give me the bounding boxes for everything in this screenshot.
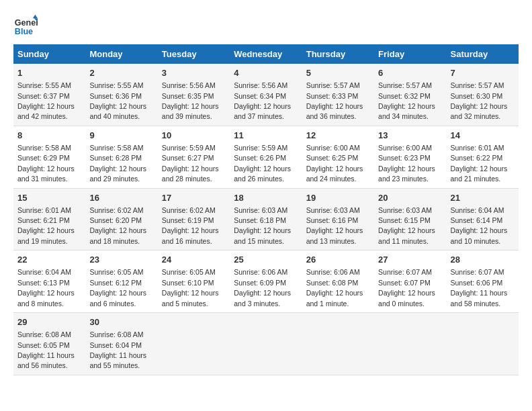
calendar-cell: 14 Sunrise: 6:01 AM Sunset: 6:22 PM Dayl… — [447, 126, 519, 188]
day-number: 3 — [162, 67, 226, 79]
calendar-cell — [158, 313, 230, 375]
sunset: Sunset: 6:29 PM — [17, 154, 70, 162]
day-number: 13 — [378, 130, 442, 142]
sunset: Sunset: 6:35 PM — [162, 92, 214, 100]
sunset: Sunset: 6:26 PM — [234, 154, 286, 162]
day-number: 28 — [451, 254, 515, 266]
logo: General Blue — [13, 13, 42, 38]
calendar-cell: 8 Sunrise: 5:58 AM Sunset: 6:29 PM Dayli… — [13, 126, 85, 188]
calendar-cell: 22 Sunrise: 6:04 AM Sunset: 6:13 PM Dayl… — [13, 250, 85, 313]
calendar-week-row: 15 Sunrise: 6:01 AM Sunset: 6:21 PM Dayl… — [13, 188, 519, 250]
calendar-cell: 2 Sunrise: 5:55 AM Sunset: 6:36 PM Dayli… — [85, 64, 157, 126]
daylight: Daylight: 12 hours and 26 minutes. — [234, 165, 291, 183]
daylight: Daylight: 12 hours and 39 minutes. — [162, 102, 219, 120]
weekday-header: Saturday — [447, 44, 519, 64]
daylight: Daylight: 11 hours and 55 minutes. — [89, 351, 146, 369]
calendar-week-row: 29 Sunrise: 6:08 AM Sunset: 6:05 PM Dayl… — [13, 313, 519, 375]
sunrise: Sunrise: 6:08 AM — [17, 330, 71, 338]
calendar-cell: 11 Sunrise: 5:59 AM Sunset: 6:26 PM Dayl… — [230, 126, 302, 188]
calendar-cell: 25 Sunrise: 6:06 AM Sunset: 6:09 PM Dayl… — [230, 250, 302, 313]
calendar-cell: 30 Sunrise: 6:08 AM Sunset: 6:04 PM Dayl… — [85, 313, 157, 375]
daylight: Daylight: 12 hours and 36 minutes. — [306, 102, 363, 120]
day-number: 20 — [378, 192, 442, 204]
sunset: Sunset: 6:30 PM — [451, 92, 503, 100]
sunrise: Sunrise: 6:06 AM — [234, 268, 287, 276]
sunrise: Sunrise: 6:04 AM — [17, 268, 71, 276]
daylight: Daylight: 12 hours and 3 minutes. — [234, 289, 291, 307]
day-number: 2 — [89, 67, 153, 79]
daylight: Daylight: 12 hours and 37 minutes. — [234, 102, 291, 120]
calendar-cell: 13 Sunrise: 6:00 AM Sunset: 6:23 PM Dayl… — [374, 126, 446, 188]
sunrise: Sunrise: 6:06 AM — [306, 268, 360, 276]
calendar-cell — [374, 313, 446, 375]
sunrise: Sunrise: 6:03 AM — [234, 206, 287, 214]
daylight: Daylight: 12 hours and 13 minutes. — [306, 226, 363, 244]
day-number: 5 — [306, 67, 370, 79]
calendar-cell: 20 Sunrise: 6:03 AM Sunset: 6:15 PM Dayl… — [374, 188, 446, 250]
day-number: 10 — [162, 130, 226, 142]
sunset: Sunset: 6:13 PM — [17, 279, 70, 287]
svg-marker-2 — [33, 15, 38, 18]
calendar-cell: 10 Sunrise: 5:59 AM Sunset: 6:27 PM Dayl… — [158, 126, 230, 188]
sunset: Sunset: 6:34 PM — [234, 92, 286, 100]
calendar-cell: 17 Sunrise: 6:02 AM Sunset: 6:19 PM Dayl… — [158, 188, 230, 250]
calendar-cell: 27 Sunrise: 6:07 AM Sunset: 6:07 PM Dayl… — [374, 250, 446, 313]
day-number: 6 — [378, 67, 442, 79]
day-number: 8 — [17, 130, 81, 142]
sunrise: Sunrise: 6:00 AM — [378, 144, 432, 152]
day-number: 26 — [306, 254, 370, 266]
weekday-header: Thursday — [302, 44, 374, 64]
daylight: Daylight: 12 hours and 28 minutes. — [162, 165, 219, 183]
sunrise: Sunrise: 5:59 AM — [234, 144, 287, 152]
day-number: 4 — [234, 67, 298, 79]
day-number: 7 — [451, 67, 515, 79]
sunset: Sunset: 6:21 PM — [17, 216, 70, 224]
day-number: 1 — [17, 67, 81, 79]
sunset: Sunset: 6:19 PM — [162, 216, 214, 224]
sunset: Sunset: 6:05 PM — [17, 341, 70, 349]
daylight: Daylight: 11 hours and 58 minutes. — [451, 289, 508, 307]
calendar-cell: 29 Sunrise: 6:08 AM Sunset: 6:05 PM Dayl… — [13, 313, 85, 375]
sunrise: Sunrise: 6:01 AM — [17, 206, 71, 214]
daylight: Daylight: 12 hours and 0 minutes. — [378, 289, 435, 307]
page-header: General Blue — [13, 13, 519, 38]
sunset: Sunset: 6:16 PM — [306, 216, 359, 224]
sunrise: Sunrise: 6:07 AM — [378, 268, 432, 276]
sunset: Sunset: 6:15 PM — [378, 216, 431, 224]
calendar-cell — [302, 313, 374, 375]
calendar-week-row: 8 Sunrise: 5:58 AM Sunset: 6:29 PM Dayli… — [13, 126, 519, 188]
sunrise: Sunrise: 6:08 AM — [89, 330, 143, 338]
daylight: Daylight: 12 hours and 21 minutes. — [451, 165, 508, 183]
calendar-cell: 23 Sunrise: 6:05 AM Sunset: 6:12 PM Dayl… — [85, 250, 157, 313]
sunset: Sunset: 6:09 PM — [234, 279, 286, 287]
day-number: 23 — [89, 254, 153, 266]
sunrise: Sunrise: 6:03 AM — [306, 206, 360, 214]
daylight: Daylight: 12 hours and 34 minutes. — [378, 102, 435, 120]
daylight: Daylight: 12 hours and 16 minutes. — [162, 226, 219, 244]
sunrise: Sunrise: 6:05 AM — [89, 268, 143, 276]
calendar-cell: 7 Sunrise: 5:57 AM Sunset: 6:30 PM Dayli… — [447, 64, 519, 126]
calendar-cell: 3 Sunrise: 5:56 AM Sunset: 6:35 PM Dayli… — [158, 64, 230, 126]
daylight: Daylight: 12 hours and 18 minutes. — [89, 226, 146, 244]
calendar-cell: 18 Sunrise: 6:03 AM Sunset: 6:18 PM Dayl… — [230, 188, 302, 250]
day-number: 12 — [306, 130, 370, 142]
day-number: 11 — [234, 130, 298, 142]
sunrise: Sunrise: 6:07 AM — [451, 268, 504, 276]
day-number: 15 — [17, 192, 81, 204]
daylight: Daylight: 12 hours and 15 minutes. — [234, 226, 291, 244]
daylight: Daylight: 12 hours and 42 minutes. — [17, 102, 75, 120]
calendar-cell: 5 Sunrise: 5:57 AM Sunset: 6:33 PM Dayli… — [302, 64, 374, 126]
sunset: Sunset: 6:33 PM — [306, 92, 359, 100]
sunset: Sunset: 6:37 PM — [17, 92, 70, 100]
weekday-header: Friday — [374, 44, 446, 64]
weekday-header: Monday — [85, 44, 157, 64]
sunset: Sunset: 6:36 PM — [89, 92, 142, 100]
daylight: Daylight: 12 hours and 8 minutes. — [17, 289, 75, 307]
sunrise: Sunrise: 5:58 AM — [89, 144, 143, 152]
day-number: 24 — [162, 254, 226, 266]
sunset: Sunset: 6:08 PM — [306, 279, 359, 287]
day-number: 27 — [378, 254, 442, 266]
sunrise: Sunrise: 5:56 AM — [234, 81, 287, 89]
day-number: 14 — [451, 130, 515, 142]
sunset: Sunset: 6:18 PM — [234, 216, 286, 224]
